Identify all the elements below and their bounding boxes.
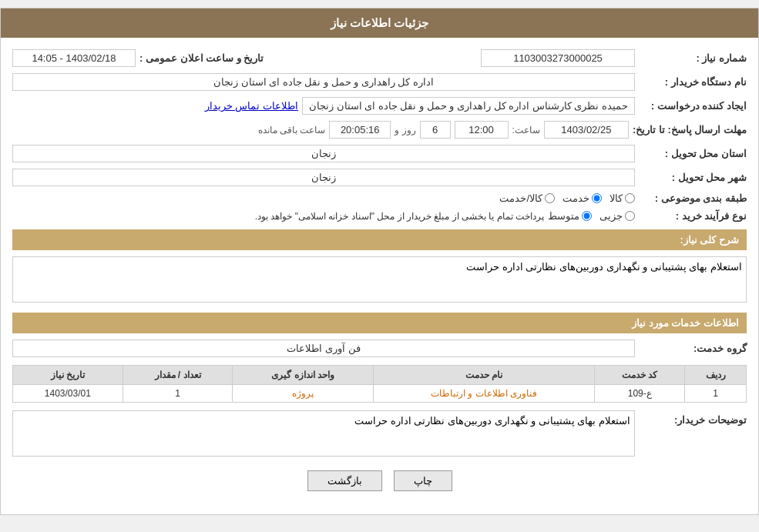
ijad-konande-label: ایجاد کننده درخواست :	[639, 100, 747, 112]
gorooh-khedmat-label: گروه خدمت:	[639, 343, 747, 354]
mohlat-saat-label: ساعت:	[512, 125, 540, 136]
cell-naam: فناوری اطلاعات و ارتباطات	[374, 385, 595, 403]
shomara-niaz-value: 1103003273000025	[481, 49, 635, 67]
services-table-container: ردیف کد خدمت نام حدمت واحد اندازه گیری ت…	[12, 365, 747, 403]
services-table: ردیف کد خدمت نام حدمت واحد اندازه گیری ت…	[12, 365, 747, 403]
farayand-note: پرداخت تمام یا بخشی از مبلغ خریدار از مح…	[255, 211, 544, 222]
tabaqe-khedmat-label: خدمت	[563, 192, 589, 204]
farayand-jozi-radio[interactable]	[625, 211, 635, 221]
ijad-konande-link[interactable]: اطلاعات تماس خریدار	[205, 100, 298, 112]
farayand-jozi[interactable]: جزیی	[599, 210, 635, 222]
farayand-motavasset-label: متوسط	[548, 210, 579, 222]
tozihat-container	[12, 410, 635, 459]
col-tarikh: تاریخ نیاز	[13, 366, 123, 385]
cell-kod: ع-109	[595, 385, 685, 403]
col-tedad: تعداد / مقدار	[123, 366, 233, 385]
cell-vahed: پروژه	[233, 385, 374, 403]
tabaqe-kala[interactable]: کالا	[610, 192, 635, 204]
shahr-tahvil-value: زنجان	[12, 169, 635, 186]
sharh-container	[12, 256, 747, 305]
table-row: 1 ع-109 فناوری اطلاعات و ارتباطات پروژه …	[13, 385, 747, 403]
ostan-tahvil-value: زنجان	[12, 145, 635, 162]
mohlat-date: 1403/02/25	[544, 121, 629, 139]
tabaqe-kala-khedmat-label: کالا/خدمت	[499, 192, 542, 204]
shomara-niaz-label: شماره نیاز :	[639, 52, 747, 64]
tabaqe-kala-khedmat-radio[interactable]	[545, 193, 555, 203]
khadamat-section-header: اطلاعات خدمات مورد نیاز	[12, 313, 747, 333]
sharh-section-header: شرح کلی نیاز:	[12, 229, 747, 250]
back-button[interactable]: بازگشت	[307, 470, 382, 491]
naam-dastgah-value: اداره کل راهداری و حمل و نقل جاده ای است…	[12, 73, 635, 91]
farayand-motavasset[interactable]: متوسط	[548, 210, 592, 222]
shahr-tahvil-label: شهر محل تحویل :	[639, 172, 747, 183]
tabaqe-kala-label: کالا	[610, 192, 623, 204]
farayand-radio-group: جزیی متوسط	[548, 210, 635, 222]
mohlat-rooz-label: روز و	[395, 125, 415, 136]
tabaqe-radio-group: کالا خدمت کالا/خدمت	[499, 192, 635, 204]
page-title: جزئیات اطلاعات نیاز	[1, 8, 758, 38]
mohlat-baqi-label: ساعت باقی مانده	[258, 125, 326, 136]
print-button[interactable]: چاپ	[394, 470, 452, 491]
buttons-row: چاپ بازگشت	[12, 470, 747, 503]
nooe-farayand-label: نوع فرآیند خرید :	[639, 210, 747, 222]
mohlat-baqi: 20:05:16	[329, 121, 391, 139]
tarikh-saat-label: تاریخ و ساعت اعلان عمومی :	[139, 52, 264, 64]
ostan-tahvil-label: استان محل تحویل :	[639, 148, 747, 159]
col-vahed: واحد اندازه گیری	[233, 366, 374, 385]
gorooh-khedmat-value: فن آوری اطلاعات	[12, 340, 635, 357]
tabaqe-kala-khedmat[interactable]: کالا/خدمت	[499, 192, 555, 204]
col-kod: کد خدمت	[595, 366, 685, 385]
farayand-jozi-label: جزیی	[599, 210, 623, 222]
tozihat-textarea[interactable]	[12, 410, 635, 457]
col-naam: نام حدمت	[374, 366, 595, 385]
farayand-motavasset-radio[interactable]	[582, 211, 592, 221]
tabaqe-kala-radio[interactable]	[625, 193, 635, 203]
col-radif: ردیف	[685, 366, 747, 385]
tarikh-saat-value: 1403/02/18 - 14:05	[12, 49, 136, 67]
cell-tedad: 1	[123, 385, 233, 403]
cell-tarikh: 1403/03/01	[13, 385, 123, 403]
ijad-konande-value: حمیده نظری کارشناس اداره کل راهداری و حم…	[302, 97, 635, 115]
mohlat-label: مهلت ارسال پاسخ: تا تاریخ:	[633, 124, 747, 136]
mohlat-saat: 12:00	[455, 121, 509, 139]
tozihat-label: توضیحات خریدار:	[639, 410, 747, 426]
mohlat-rooz: 6	[420, 121, 451, 139]
tabaqe-khedmat-radio[interactable]	[592, 193, 602, 203]
cell-radif: 1	[685, 385, 747, 403]
tabaqe-khedmat[interactable]: خدمت	[563, 192, 602, 204]
naam-dastgah-label: نام دستگاه خریدار :	[639, 76, 747, 88]
tabaqe-label: طبقه بندی موضوعی :	[639, 192, 747, 204]
sharh-textarea[interactable]	[12, 256, 747, 303]
